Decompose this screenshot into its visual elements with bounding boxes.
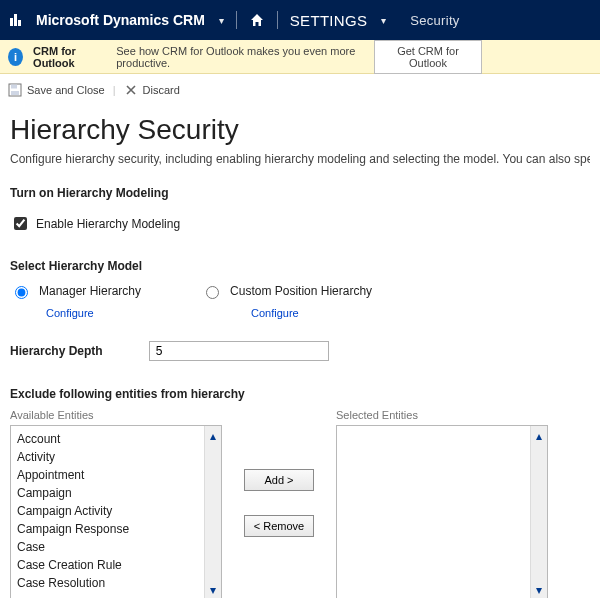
nav-settings[interactable]: SETTINGS [290,12,367,29]
page-subtitle: Configure hierarchy security, including … [10,152,590,166]
manager-configure-link[interactable]: Configure [46,307,141,319]
crm-outlook-notice: i CRM for Outlook See how CRM for Outloo… [0,40,600,74]
info-icon: i [8,48,23,66]
exclude-heading: Exclude following entities from hierarch… [10,387,590,401]
command-bar: Save and Close | Discard [0,74,600,106]
add-button[interactable]: Add > [244,469,314,491]
list-item[interactable]: Activity [17,448,204,466]
discard-label: Discard [143,84,180,96]
list-item[interactable]: Case Creation Rule [17,556,204,574]
list-item[interactable]: Campaign Activity [17,502,204,520]
depth-input[interactable] [149,341,329,361]
enable-modeling-row[interactable]: Enable Hierarchy Modeling [10,214,590,233]
list-item[interactable]: Campaign Response [17,520,204,538]
page-content: Hierarchy Security Configure hierarchy s… [0,106,600,598]
scroll-down-icon[interactable]: ▾ [536,583,542,597]
custom-configure-link[interactable]: Configure [251,307,372,319]
crm-logo-icon [8,12,24,28]
model-options: Manager Hierarchy Configure Custom Posit… [10,283,590,319]
scroll-up-icon[interactable]: ▴ [210,429,216,443]
selected-entities-list[interactable]: ▴ ▾ [336,425,548,598]
separator [236,11,237,29]
available-label: Available Entities [10,409,222,421]
manager-hierarchy-radio[interactable] [15,286,28,299]
page-title: Hierarchy Security [10,114,590,146]
chevron-down-icon[interactable]: ▾ [381,15,386,26]
modeling-heading: Turn on Hierarchy Modeling [10,186,590,200]
custom-position-option[interactable]: Custom Position Hierarchy [201,283,372,299]
separator: | [113,84,116,96]
transfer-buttons: Add > < Remove [244,469,314,537]
close-icon [124,83,138,97]
scroll-up-icon[interactable]: ▴ [536,429,542,443]
depth-row: Hierarchy Depth [10,341,590,361]
list-item[interactable]: Account [17,430,204,448]
chevron-down-icon[interactable]: ▾ [219,15,224,26]
list-item[interactable]: Case Resolution [17,574,204,592]
selected-label: Selected Entities [336,409,548,421]
scrollbar[interactable]: ▴ ▾ [530,426,547,598]
available-entities-list[interactable]: AccountActivityAppointmentCampaignCampai… [10,425,222,598]
list-item[interactable]: Campaign [17,484,204,502]
scrollbar[interactable]: ▴ ▾ [204,426,221,598]
notice-text: See how CRM for Outlook makes you even m… [116,45,364,69]
manager-hierarchy-label: Manager Hierarchy [39,284,141,298]
notice-title: CRM for Outlook [33,45,106,69]
nav-breadcrumb-security[interactable]: Security [410,13,459,28]
list-item[interactable]: Appointment [17,466,204,484]
remove-button[interactable]: < Remove [244,515,314,537]
dual-listbox: Available Entities AccountActivityAppoin… [10,409,590,598]
custom-position-label: Custom Position Hierarchy [230,284,372,298]
svg-rect-2 [11,91,19,95]
save-and-close-label: Save and Close [27,84,105,96]
brand-label[interactable]: Microsoft Dynamics CRM [36,12,205,28]
save-icon [8,83,22,97]
global-nav: Microsoft Dynamics CRM ▾ SETTINGS ▾ Secu… [0,0,600,40]
enable-modeling-checkbox[interactable] [14,217,27,230]
scroll-down-icon[interactable]: ▾ [210,583,216,597]
list-item[interactable]: Case [17,538,204,556]
depth-label: Hierarchy Depth [10,344,103,358]
home-icon[interactable] [249,12,265,28]
get-crm-outlook-button[interactable]: Get CRM for Outlook [374,40,482,74]
enable-modeling-label: Enable Hierarchy Modeling [36,217,180,231]
available-column: Available Entities AccountActivityAppoin… [10,409,222,598]
model-heading: Select Hierarchy Model [10,259,590,273]
manager-hierarchy-option[interactable]: Manager Hierarchy [10,283,141,299]
svg-rect-1 [11,84,17,88]
discard-button[interactable]: Discard [124,83,180,97]
custom-position-radio[interactable] [206,286,219,299]
selected-column: Selected Entities ▴ ▾ [336,409,548,598]
separator [277,11,278,29]
save-and-close-button[interactable]: Save and Close [8,83,105,97]
